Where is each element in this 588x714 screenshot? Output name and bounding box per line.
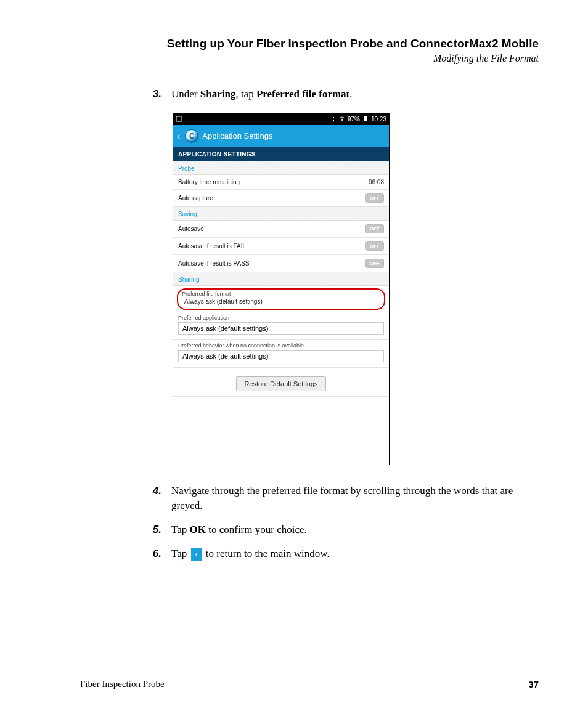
section-header-saving: Saving <box>173 207 389 221</box>
step-5: 5. Tap OK to confirm your choice. <box>148 522 539 538</box>
vibrate-icon <box>330 116 337 123</box>
step-text: Tap ‹ to return to the main window. <box>171 546 330 562</box>
step-number: 3. <box>148 87 161 102</box>
toggle-off[interactable]: OFF <box>365 224 384 233</box>
footer-page-number: 37 <box>528 679 539 689</box>
settings-header: APPLICATION SETTINGS <box>173 147 389 161</box>
label: Autosave if result is PASS <box>178 260 249 267</box>
page-footer: Fiber Inspection Probe 37 <box>80 679 539 689</box>
step-3: 3. Under Sharing, tap Preferred file for… <box>148 87 539 102</box>
status-bar: 97% 10:23 <box>173 114 389 125</box>
titlebar-text: Application Settings <box>202 131 272 140</box>
back-icon: ‹ <box>191 548 202 561</box>
pref-app-field[interactable]: Always ask (default settings) <box>178 322 384 335</box>
empty-space <box>173 397 389 465</box>
step-text: Navigate through the preferred file form… <box>171 484 539 514</box>
row-auto-capture[interactable]: Auto capture OFF <box>173 190 389 207</box>
pref-conn-field[interactable]: Always ask (default settings) <box>178 350 384 362</box>
toggle-off[interactable]: OFF <box>365 259 384 268</box>
step-number: 6. <box>148 546 161 562</box>
clock: 10:23 <box>371 116 386 123</box>
app-badge-icon: C <box>185 129 198 143</box>
pref-app-label: Preferred application <box>178 315 384 321</box>
notification-icon <box>176 116 182 123</box>
step-number: 5. <box>148 522 161 538</box>
row-preferred-application[interactable]: Preferred application Always ask (defaul… <box>173 312 389 340</box>
svg-point-1 <box>341 120 343 121</box>
row-battery-time[interactable]: Battery time remaining 06:08 <box>173 175 389 190</box>
battery-icon <box>362 116 369 123</box>
step-text: Tap OK to confirm your choice. <box>171 522 307 538</box>
row-preferred-behavior[interactable]: Preferred behavior when no connection is… <box>173 340 389 368</box>
step-number: 4. <box>148 484 161 514</box>
label: Autosave <box>178 225 204 232</box>
label: Autosave if result is FAIL <box>178 243 246 249</box>
header-rule <box>218 68 539 68</box>
svg-rect-2 <box>364 116 367 121</box>
row-autosave[interactable]: Autosave OFF <box>173 221 389 238</box>
svg-rect-3 <box>364 116 366 116</box>
restore-default-button[interactable]: Restore Default Settings <box>236 376 325 391</box>
step-text: Under Sharing, tap Preferred file format… <box>171 87 353 102</box>
label: Battery time remaining <box>178 179 240 185</box>
section-header-sharing: Sharing <box>173 272 389 286</box>
row-autosave-fail[interactable]: Autosave if result is FAIL OFF <box>173 238 389 255</box>
app-titlebar: ‹ C Application Settings <box>173 125 389 147</box>
phone-screenshot: 97% 10:23 ‹ C Application Settings APPLI… <box>173 113 390 465</box>
footer-product: Fiber Inspection Probe <box>80 679 165 689</box>
pref-file-format-label: Preferred file format <box>182 291 380 297</box>
row-autosave-pass[interactable]: Autosave if result is PASS OFF <box>173 255 389 272</box>
wifi-icon <box>339 116 345 123</box>
label: Auto capture <box>178 195 213 201</box>
battery-pct: 97% <box>348 116 360 123</box>
chapter-title: Setting up Your Fiber Inspection Probe a… <box>80 37 539 51</box>
value: 06:08 <box>369 179 384 185</box>
toggle-off[interactable]: OFF <box>365 241 384 251</box>
callout-preferred-file-format: Preferred file format Always ask (defaul… <box>177 288 385 310</box>
section-header-probe: Probe <box>173 161 389 175</box>
svg-rect-0 <box>176 116 181 121</box>
step-6: 6. Tap ‹ to return to the main window. <box>148 546 539 562</box>
toggle-off[interactable]: OFF <box>365 193 384 203</box>
step-4: 4. Navigate through the preferred file f… <box>148 484 539 514</box>
section-subtitle: Modifying the File Format <box>80 53 539 64</box>
pref-conn-label: Preferred behavior when no connection is… <box>178 343 384 349</box>
pref-file-format-field[interactable]: Always ask (default settings) <box>182 297 380 305</box>
back-icon[interactable]: ‹ <box>176 131 181 142</box>
